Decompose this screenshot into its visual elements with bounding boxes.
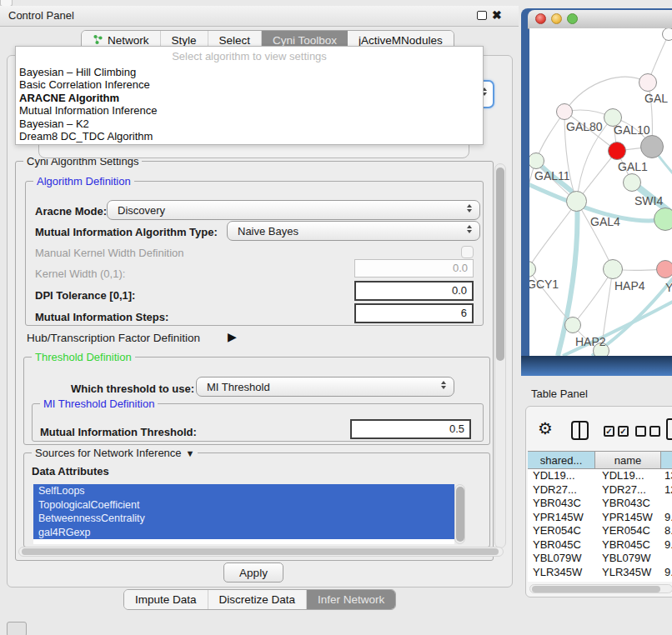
cell-name[interactable]: YLR345W (595, 566, 661, 580)
select-all-checkboxes-icon[interactable] (604, 426, 629, 437)
network-node[interactable] (662, 28, 672, 41)
cell-value[interactable]: 13 (661, 469, 672, 483)
network-node[interactable] (639, 73, 657, 92)
mi-threshold-field[interactable]: 0.5 (350, 419, 471, 439)
expand-arrow-icon[interactable]: ▼ (186, 448, 195, 458)
network-node[interactable] (564, 317, 581, 333)
cell-value[interactable]: 12 (661, 483, 672, 498)
table-row[interactable]: YLR345WYLR345W9. (528, 566, 672, 580)
hub-definition-label[interactable]: Hub/Transcription Factor Definition (27, 332, 200, 344)
cell-value[interactable]: 9. (661, 538, 672, 552)
minimized-panel-icon[interactable] (7, 622, 27, 635)
attribute-item-selected[interactable]: BetweennessCentrality (33, 512, 454, 526)
table-row[interactable]: YBL079WYBL079W (528, 552, 672, 566)
cell-value[interactable] (661, 497, 672, 511)
table-row[interactable]: YPR145WYPR145W9. (528, 511, 672, 525)
cell-shared-name[interactable]: YDL19... (528, 469, 595, 483)
cell-shared-name[interactable]: YIL052C (528, 579, 595, 582)
kernel-width-field[interactable]: 0.0 (354, 259, 474, 278)
table-horizontal-scrollbar[interactable] (529, 584, 672, 593)
dropdown-item[interactable]: Mutual Information Inference (16, 104, 483, 117)
tab-infer-network[interactable]: Infer Network (307, 590, 395, 609)
cell-shared-name[interactable]: YLR345W (528, 566, 595, 580)
collapse-arrow-icon[interactable]: ▶ (228, 330, 237, 343)
cell-name[interactable]: YBL079W (595, 552, 661, 566)
cell-value[interactable]: 9. (661, 579, 672, 582)
aracne-mode-combo[interactable]: Discovery (107, 200, 480, 220)
attribute-item-selected[interactable]: gal4RGexp (33, 526, 454, 540)
tab-discretize-data[interactable]: Discretize Data (208, 590, 308, 609)
cell-value[interactable]: 9. (661, 566, 672, 580)
close-icon[interactable]: ✖ (492, 10, 502, 20)
mac-close-icon[interactable] (535, 13, 546, 24)
settings-vertical-scrollbar-thumb[interactable] (496, 168, 504, 361)
cell-name[interactable]: YDL19... (595, 469, 661, 483)
cell-shared-name[interactable]: YER054C (528, 524, 595, 538)
network-node-selected[interactable] (608, 142, 626, 160)
cell-shared-name[interactable]: YBL079W (528, 552, 595, 566)
table-row[interactable]: YDL19...YDL19...13 (528, 469, 672, 483)
attributes-list-scrollbar-thumb[interactable] (456, 487, 464, 542)
table-settings-gear-icon[interactable]: ⚙ (538, 419, 553, 438)
table-row[interactable]: YIL052CYIL052C9. (528, 579, 672, 582)
mac-minimize-icon[interactable] (551, 13, 562, 24)
mi-steps-field[interactable]: 6 (354, 303, 474, 323)
attribute-item-selected[interactable]: TopologicalCoefficient (33, 498, 454, 512)
table-row[interactable]: YBR043CYBR043C (528, 497, 672, 511)
table-row[interactable]: YBR045CYBR045C9. (528, 538, 672, 552)
network-node[interactable] (603, 259, 623, 279)
float-window-icon[interactable] (477, 11, 487, 20)
cell-name[interactable]: YIL052C (595, 579, 661, 582)
apply-button[interactable]: Apply (223, 562, 283, 582)
column-header-shared-name[interactable]: shared... (528, 452, 595, 468)
cell-value[interactable]: 9. (661, 511, 672, 525)
network-node[interactable] (656, 260, 672, 278)
file-icon[interactable] (666, 418, 672, 440)
dropdown-item[interactable]: Dream8 DC_TDC Algorithm (16, 130, 483, 142)
dropdown-item[interactable]: Bayesian – Hill Climbing (16, 66, 483, 78)
combo-stepper-icon (441, 381, 446, 389)
tab-discretize-data-label: Discretize Data (219, 593, 296, 606)
dropdown-item[interactable]: Basic Correlation Inference (16, 78, 483, 91)
column-header-partial[interactable] (661, 452, 672, 468)
dpi-tolerance-field[interactable]: 0.0 (354, 281, 474, 301)
settings-vertical-scrollbar[interactable] (494, 163, 506, 548)
deselect-all-checkboxes-icon[interactable] (635, 426, 660, 437)
network-window-titlebar[interactable] (528, 10, 672, 29)
cell-name[interactable]: YDR27... (595, 483, 661, 498)
mi-algorithm-type-combo[interactable]: Naive Bayes (227, 221, 480, 241)
sources-group-title: Sources for Network Inference (35, 447, 182, 459)
table-row[interactable]: YER054CYER054C8. (528, 524, 672, 538)
network-canvas[interactable]: GAL GAL80 GAL10 GAL1 GAL11 SWI4 GAL4 GCY… (529, 28, 672, 356)
mac-zoom-icon[interactable] (567, 13, 578, 24)
algorithm-dropdown-popup: Select algorithm to view settings Bayesi… (15, 46, 484, 145)
cell-name[interactable]: YPR145W (595, 511, 661, 525)
tab-impute-data[interactable]: Impute Data (124, 590, 208, 609)
column-header-name[interactable]: name (595, 452, 661, 468)
cell-shared-name[interactable]: YDR27... (528, 483, 595, 498)
which-threshold-combo[interactable]: MI Threshold (196, 377, 454, 397)
cell-name[interactable]: YER054C (595, 524, 661, 538)
network-node[interactable] (640, 135, 664, 158)
table-horizontal-scrollbar-thumb[interactable] (532, 586, 660, 592)
cell-value[interactable]: 8. (661, 524, 672, 538)
cell-name[interactable]: YBR045C (595, 538, 661, 552)
cell-shared-name[interactable]: YBR043C (528, 497, 595, 511)
cell-shared-name[interactable]: YPR145W (528, 511, 595, 525)
network-node[interactable] (566, 191, 587, 212)
attributes-list-scrollbar[interactable] (454, 484, 465, 544)
cell-value[interactable] (661, 552, 672, 566)
network-node[interactable] (556, 103, 573, 120)
split-columns-icon[interactable] (571, 421, 589, 440)
dropdown-item-selected[interactable]: ARACNE Algorithm (16, 92, 483, 104)
network-node[interactable] (623, 173, 641, 192)
cell-name[interactable]: YBR043C (595, 497, 661, 511)
table-row[interactable]: YDR27...YDR27...12 (528, 483, 672, 498)
settings-horizontal-scrollbar-thumb[interactable] (22, 548, 499, 555)
dropdown-item[interactable]: Bayesian – K2 (16, 118, 483, 130)
attribute-item-selected[interactable]: SelfLoops (33, 484, 454, 498)
manual-kernel-width-checkbox[interactable] (461, 246, 474, 258)
cell-shared-name[interactable]: YBR045C (528, 538, 595, 552)
network-node[interactable] (654, 208, 672, 231)
settings-horizontal-scrollbar[interactable] (18, 547, 504, 557)
